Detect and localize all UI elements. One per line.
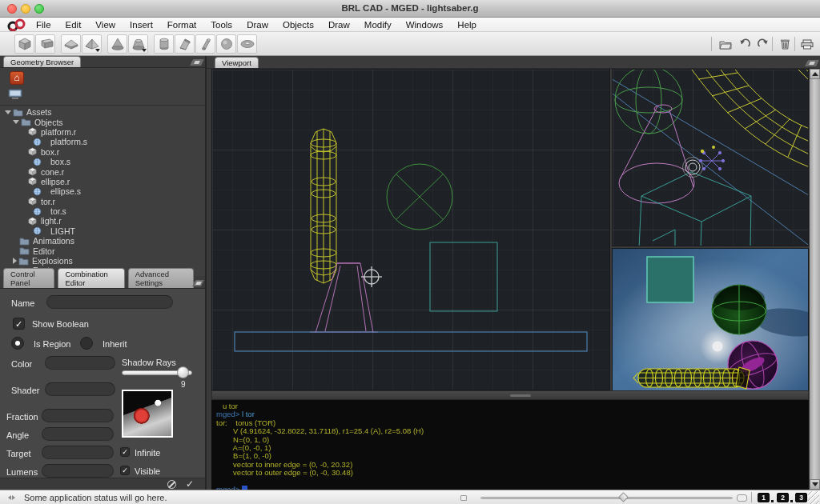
- inherit-radio[interactable]: [80, 337, 93, 350]
- apply-check-icon[interactable]: ✓: [186, 479, 194, 489]
- target-input[interactable]: [42, 446, 114, 459]
- tree-item-assets[interactable]: Assets: [0, 107, 205, 117]
- menu-file[interactable]: File: [29, 18, 58, 32]
- console-splitter[interactable]: [211, 390, 809, 400]
- truncated-cone-tool-button[interactable]: [128, 34, 148, 54]
- menu-format[interactable]: Format: [160, 18, 203, 32]
- menu-insert[interactable]: Insert: [123, 18, 160, 32]
- tab-advanced-settings[interactable]: Advanced Settings: [128, 268, 194, 288]
- shader-input[interactable]: [45, 382, 115, 396]
- menu-windows[interactable]: Windows: [399, 18, 451, 32]
- is-region-radio[interactable]: [11, 337, 24, 350]
- tree-item-box-s[interactable]: box.s: [0, 157, 205, 166]
- viewport-area: Viewport: [207, 56, 820, 490]
- console-line: tor: torus (TOR): [216, 418, 275, 427]
- home-button[interactable]: ⌂: [10, 71, 24, 85]
- panel-menu-icon[interactable]: [192, 280, 204, 286]
- tree-item-light-r[interactable]: light.r: [0, 216, 205, 226]
- tree-item-tor-r[interactable]: tor.r: [0, 197, 205, 206]
- tree-item-explosions[interactable]: Explosions: [0, 256, 205, 266]
- window-1-button[interactable]: 1: [758, 493, 770, 502]
- viewport-tabbar: Viewport: [207, 56, 820, 69]
- cone-tool-button[interactable]: [107, 34, 127, 54]
- tab-control-panel[interactable]: Control Panel: [3, 268, 54, 288]
- window-3-button[interactable]: 3: [795, 493, 807, 502]
- panel-menu-icon[interactable]: [190, 59, 204, 66]
- menu-help[interactable]: Help: [450, 18, 484, 32]
- redo-button[interactable]: [754, 36, 770, 52]
- menu-view[interactable]: View: [88, 18, 123, 32]
- menu-tools[interactable]: Tools: [203, 18, 239, 32]
- menu-draw-2[interactable]: Draw: [321, 18, 357, 32]
- wedge-tool-button[interactable]: [175, 34, 195, 54]
- brlcad-logo-icon: [5, 18, 29, 31]
- tree-item-box-r[interactable]: box.r: [0, 147, 205, 157]
- tree-item-platform-r[interactable]: platform.r: [0, 127, 205, 137]
- menu-edit[interactable]: Edit: [58, 18, 89, 32]
- print-button[interactable]: [799, 36, 815, 52]
- expand-arrow-icon[interactable]: [13, 120, 19, 124]
- scroll-down-button[interactable]: [810, 479, 820, 490]
- tree-item-animations[interactable]: Animations: [0, 236, 205, 246]
- left-panel: Geometry Browser ⌂ Assets Obj: [0, 56, 207, 490]
- lumens-input[interactable]: [42, 464, 114, 478]
- folder-icon: [18, 257, 29, 266]
- tree-item-platform-s[interactable]: platform.s: [0, 137, 205, 146]
- panel-menu-icon[interactable]: [805, 60, 819, 66]
- tab-combination-editor[interactable]: Combination Editor: [58, 268, 124, 288]
- torus-tool-button[interactable]: [237, 34, 257, 54]
- perspective-viewport-canvas[interactable]: [612, 69, 809, 246]
- tree-item-tor-s[interactable]: tor.s: [0, 206, 205, 216]
- tree-item-objects[interactable]: Objects: [0, 117, 205, 126]
- delete-button[interactable]: [777, 36, 793, 52]
- tab-viewport[interactable]: Viewport: [215, 57, 259, 68]
- tree-item-ellipse-s[interactable]: ellipse.s: [0, 186, 205, 196]
- oblique-cylinder-tool-button[interactable]: [195, 34, 215, 54]
- tree-item-light[interactable]: LIGHT: [0, 226, 205, 236]
- rect-box-tool-button[interactable]: [35, 34, 55, 54]
- menu-draw[interactable]: Draw: [239, 18, 275, 32]
- color-input[interactable]: [45, 356, 115, 370]
- geometry-browser-tabbar: Geometry Browser: [0, 56, 205, 68]
- collapse-arrow-icon[interactable]: [13, 258, 17, 264]
- status-small-button[interactable]: [460, 495, 467, 501]
- window-2-button[interactable]: 2: [777, 493, 789, 502]
- box-tool-button[interactable]: [14, 34, 34, 54]
- pyramid-tool-button[interactable]: [82, 34, 102, 54]
- sphere-tool-button[interactable]: [216, 34, 236, 54]
- name-label: Name: [11, 298, 34, 308]
- tree-item-ellipse-r[interactable]: ellipse.r: [0, 177, 205, 186]
- display-button[interactable]: [8, 89, 22, 100]
- render-scene: [613, 249, 809, 392]
- arb-tool-button[interactable]: [61, 34, 81, 54]
- main-viewport-canvas[interactable]: [211, 69, 610, 390]
- shadow-rays-slider-thumb[interactable]: [177, 366, 189, 378]
- status-round-button[interactable]: [737, 494, 747, 502]
- angle-input[interactable]: [42, 427, 114, 441]
- fraction-input[interactable]: [42, 409, 114, 422]
- solid-sphere-icon: [32, 187, 42, 196]
- visible-checkbox[interactable]: ✓: [120, 466, 130, 475]
- status-slider[interactable]: [480, 497, 733, 499]
- name-input[interactable]: [46, 295, 173, 309]
- status-slider-thumb[interactable]: [618, 492, 629, 502]
- tree-item-cone-r[interactable]: cone.r: [0, 166, 205, 176]
- open-folder-button[interactable]: [718, 36, 734, 52]
- menu-modify[interactable]: Modify: [357, 18, 399, 32]
- cancel-icon[interactable]: [167, 480, 176, 489]
- infinite-label: Infinite: [135, 448, 160, 458]
- viewport-scrollbar[interactable]: [810, 69, 820, 490]
- cylinder-tool-button[interactable]: [154, 34, 174, 54]
- menu-objects[interactable]: Objects: [275, 18, 321, 32]
- light-symbol: [699, 151, 724, 170]
- resize-grip[interactable]: [808, 491, 819, 504]
- scroll-up-button[interactable]: [810, 69, 820, 79]
- tree-item-editor[interactable]: Editor: [0, 246, 205, 255]
- tab-geometry-browser[interactable]: Geometry Browser: [3, 56, 81, 67]
- undo-button[interactable]: [737, 36, 753, 52]
- raytrace-render-canvas[interactable]: [612, 248, 809, 392]
- infinite-checkbox[interactable]: ✓: [120, 447, 130, 457]
- mged-console[interactable]: u tor mged> l tor tor: torus (TOR) V (4.…: [211, 400, 809, 490]
- show-boolean-checkbox[interactable]: ✓: [13, 318, 25, 330]
- expand-arrow-icon[interactable]: [5, 110, 11, 114]
